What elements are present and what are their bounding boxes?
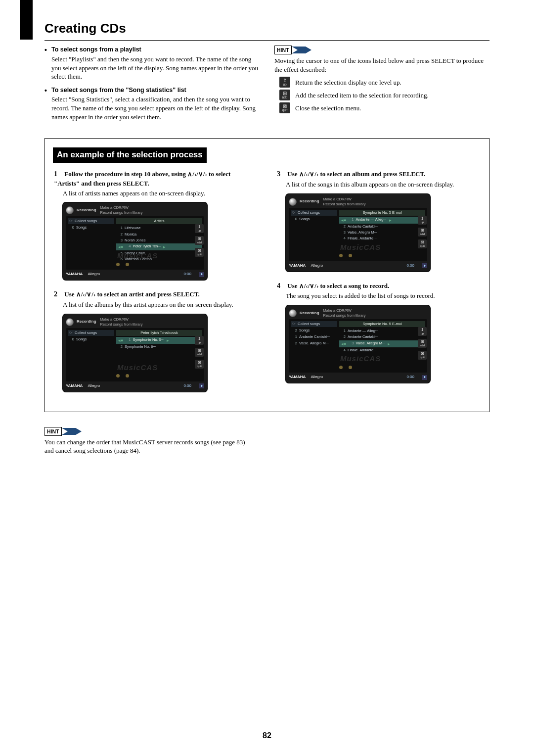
svg-marker-1 (62, 428, 82, 435)
example-heading: An example of the selection process (53, 147, 207, 163)
left-songs: 0 Songs (68, 225, 114, 231)
step-4-head: Use ∧/‹/∨/› to select a song to record. (287, 282, 389, 289)
left-arrow-icon: ◂● (341, 217, 347, 223)
hint-badge-bottom: HINT (44, 427, 82, 436)
right-arrow-icon: ▸ (166, 337, 170, 343)
col-right: HINT Moving the cursor to one of the ico… (274, 46, 490, 126)
right-arrow-icon: ▸ (163, 244, 166, 250)
bullet-songstats-head: To select songs from the "Song statistic… (51, 86, 260, 94)
hint-up-row: ↥up Return the selection display one lev… (279, 77, 490, 88)
icon-hand: ☞ (69, 219, 73, 224)
right-arrow-icon: ▸ (387, 341, 391, 347)
list-item: 1Andante Cantabi··· (291, 334, 337, 340)
hint-up-text: Return the selection display one level u… (295, 78, 401, 87)
hint-label: HINT (44, 427, 62, 436)
step-2-num: 2 (54, 290, 63, 299)
step-1-body: A list of artists names appears on the o… (54, 189, 257, 198)
left-arrow-icon: ◂● (341, 341, 347, 347)
dev-hdr2: Record songs from library (100, 210, 143, 215)
dev-mode: Recording (77, 208, 96, 213)
quit-icon: ⊠quit (195, 360, 204, 369)
right-arrow-icon: ▸ (389, 217, 392, 223)
step-4: 4 Use ∧/‹/∨/› to select a song to record… (277, 282, 480, 300)
step-2-body: A list of the albums by this artist appe… (54, 300, 257, 309)
cd-icon (66, 206, 74, 214)
hint2-text: You can change the order that MusicCAST … (44, 438, 252, 455)
quit-icon: ⊠quit (195, 248, 204, 257)
step-1-head: Follow the procedure in step 10 above, u… (54, 170, 230, 187)
device-screenshot-1: Recording Make a CDR/RW Record songs fro… (63, 202, 207, 280)
device-screenshot-3: Recording Make a CDR/RW Record songs fro… (286, 194, 430, 272)
example-col-right: 3 Use ∧/‹/∨/› to select an album and pre… (277, 170, 480, 402)
add-icon: ⊞add (195, 236, 204, 245)
example-col-left: 1 Follow the procedure in step 10 above,… (54, 170, 257, 402)
list-item: 2Monica (116, 232, 202, 237)
list-item: ◂●1Symphonie No. 5···▸ (116, 337, 202, 344)
add-icon: ⊞add (195, 348, 204, 357)
now-playing: Allegro (88, 272, 100, 277)
hint-quit-text: Close the selection menu. (295, 104, 361, 113)
list-item: 3Valse. Allegro M··· (339, 230, 425, 236)
svg-marker-0 (292, 47, 312, 53)
list-item: 5Sheryl Crow (116, 250, 202, 256)
play-icon (422, 263, 427, 268)
section-tab (20, 0, 33, 40)
top-columns: To select songs from a playlist Select "… (44, 46, 490, 126)
list-item: 2Andante Cantabi··· (339, 224, 425, 230)
bullet-playlist-body: Select "Playlists" and then the song you… (51, 55, 260, 81)
step-3-body: A list of the songs in this album appear… (277, 180, 480, 189)
hint-badge-top: HINT (274, 46, 312, 54)
up-icon: ↥up (195, 224, 204, 233)
control-strip (116, 262, 173, 267)
bullet-playlist: To select songs from a playlist Select "… (51, 46, 260, 81)
step-2: 2 Use ∧/‹/∨/› to select an artist and pr… (54, 290, 257, 309)
elapsed: 0:00 (183, 272, 191, 277)
dev3-right-title: Symphonie No. 5 E-mol (339, 210, 425, 216)
hint1-text: Moving the cursor to one of the icons li… (274, 56, 490, 74)
play-icon (422, 375, 427, 380)
hint-label: HINT (274, 46, 292, 54)
hint-arrow-icon (62, 428, 82, 435)
hint-add-row: ⊞add Add the selected item to the select… (279, 90, 490, 100)
up-icon: ↥up (418, 216, 427, 225)
up-icon: ↥up (418, 327, 427, 336)
cd-icon (289, 309, 297, 317)
left-arrow-icon: ◂● (118, 337, 124, 343)
dev-hdr1: Make a CDR/RW (100, 205, 143, 210)
add-icon: ⊞add (418, 339, 427, 348)
list-item: ◂●1Andante — Alleg···▸ (339, 217, 425, 224)
cd-icon (289, 198, 297, 206)
step-3-num: 3 (277, 170, 286, 179)
add-icon: ⊞add (418, 228, 427, 236)
list-item: ◂●4Peter Ilyich Tch···▸ (116, 243, 202, 250)
step-3: 3 Use ∧/‹/∨/› to select an album and pre… (277, 170, 480, 189)
bullet-songstats-body: Select "Song Statistics", select a class… (51, 95, 260, 121)
list-item: 4Finale. Andante ··· (339, 236, 425, 241)
quit-icon: ⊠quit (418, 351, 427, 360)
play-icon (199, 272, 204, 277)
step-3-head: Use ∧/‹/∨/› to select an album and press… (287, 170, 425, 178)
step-2-head: Use ∧/‹/∨/› to select an artist and pres… (64, 290, 199, 298)
list-item: 4Finale. Andante ··· (339, 347, 425, 353)
left-collect: ☞ Collect songs (68, 218, 114, 224)
device-screenshot-4: Recording Make a CDR/RW Record songs fro… (286, 305, 430, 383)
bullet-songstats: To select songs from the "Song statistic… (51, 86, 260, 122)
quit-icon: ⊠quit (418, 239, 427, 248)
add-icon: ⊞add (279, 90, 290, 100)
brand: YAMAHA (66, 272, 83, 277)
example-box: An example of the selection process 1 Fo… (44, 138, 490, 412)
up-icon: ↥up (279, 77, 290, 88)
list-item: 3Norah Jones (116, 237, 202, 243)
up-icon: ↥up (195, 336, 204, 345)
list-item: 1Andante — Alleg··· (339, 328, 425, 334)
device-screenshot-2: Recording Make a CDR/RW Record songs fro… (63, 314, 207, 392)
left-arrow-icon: ◂● (118, 244, 124, 250)
quit-icon: ⊠quit (279, 102, 290, 113)
page-title: Creating CDs (44, 20, 490, 41)
dev4-right-title: Symphonie No. 5 E-mol (339, 321, 425, 327)
step-1: 1 Follow the procedure in step 10 above,… (54, 170, 257, 197)
dev2-right-title: Peter Ilyich Tchaikovsk (116, 330, 202, 336)
list-item: ◂●3Valse. Allegro M···▸ (339, 340, 425, 347)
hint-arrow-icon (292, 47, 312, 53)
col-left: To select songs from a playlist Select "… (44, 46, 260, 126)
